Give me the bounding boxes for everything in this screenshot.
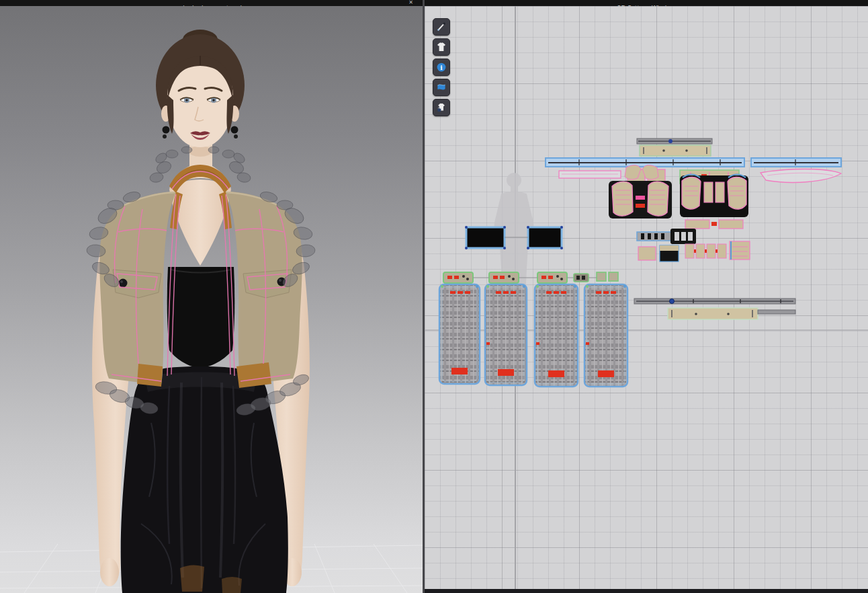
pattern-yoke-bands[interactable] [546, 158, 841, 167]
avatar-3d-render [0, 6, 423, 593]
avatar-crop-top [167, 267, 235, 368]
tshirt-lock-icon [435, 102, 447, 114]
avatar-button-left [119, 279, 128, 288]
pattern-belt-strips[interactable] [634, 299, 795, 319]
tool-fabric[interactable] [433, 79, 450, 96]
pattern-bodice-back-cluster[interactable] [680, 175, 748, 229]
3d-garment-panel: denim lace vest.zprj ✕ [0, 0, 423, 593]
3d-viewport[interactable] [0, 6, 423, 593]
pattern-layout [425, 6, 868, 589]
denim-panel-4 [584, 284, 627, 387]
info-icon: i [435, 61, 447, 73]
tool-garment-display[interactable] [433, 38, 450, 56]
tool-garment-lock[interactable] [433, 99, 450, 116]
pattern-denim-panels[interactable] [439, 284, 627, 387]
close-icon[interactable]: ✕ [408, 0, 413, 6]
garment-design-workspace: denim lace vest.zprj ✕ [0, 0, 868, 593]
tshirt-icon [435, 41, 447, 53]
3d-window-titlebar[interactable]: denim lace vest.zprj ✕ [0, 0, 423, 6]
2d-pattern-canvas[interactable]: i [425, 6, 868, 589]
avatar-earring-right [231, 126, 238, 134]
tool-pattern-information[interactable]: i [433, 58, 450, 76]
pattern-mid-small-pieces[interactable] [637, 229, 750, 262]
2d-toolbar: i [433, 18, 450, 116]
fabric-swatch-icon [435, 81, 447, 93]
denim-panel-3 [535, 284, 578, 387]
pen-tool-icon [435, 21, 447, 33]
2d-bottom-bar [425, 589, 868, 593]
2d-window-titlebar[interactable]: 2D Pattern Window [425, 0, 868, 6]
2d-pattern-panel: 2D Pattern Window [423, 0, 868, 593]
svg-text:i: i [440, 65, 443, 71]
avatar [86, 30, 315, 593]
pattern-strap-top[interactable] [637, 139, 712, 156]
denim-panel-2 [485, 284, 527, 385]
denim-panel-1 [439, 284, 480, 384]
pattern-waistband-small-pieces[interactable] [443, 272, 618, 283]
avatar-earring-left [163, 126, 170, 134]
tool-edit-pattern[interactable] [433, 18, 450, 36]
